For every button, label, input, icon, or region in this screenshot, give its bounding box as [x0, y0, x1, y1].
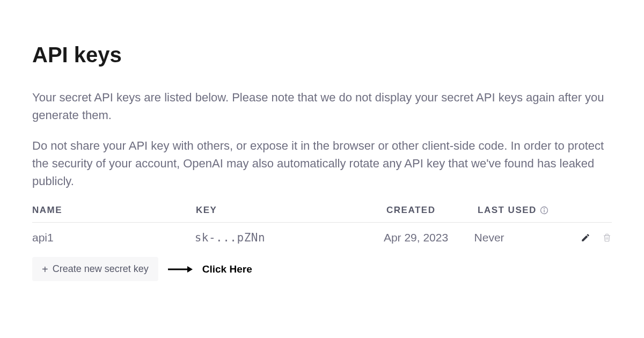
create-button-label: Create new secret key: [53, 263, 149, 275]
arrow-right-icon: [168, 266, 193, 273]
table-row: api1 sk-...pZNn Apr 29, 2023 Never: [32, 223, 612, 252]
create-new-secret-key-button[interactable]: + Create new secret key: [32, 257, 158, 281]
table-header: NAME KEY CREATED LAST USED: [32, 205, 612, 223]
svg-point-1: [544, 208, 545, 209]
click-here-annotation: Click Here: [202, 263, 252, 275]
column-header-key: KEY: [196, 205, 386, 216]
cell-key: sk-...pZNn: [195, 231, 384, 244]
page-title: API keys: [32, 43, 612, 67]
api-keys-table: NAME KEY CREATED LAST USED api1 sk-...pZ…: [32, 205, 612, 252]
svg-marker-4: [187, 266, 193, 273]
plus-icon: +: [42, 264, 48, 275]
description-paragraph-2: Do not share your API key with others, o…: [32, 137, 612, 190]
description-paragraph-1: Your secret API keys are listed below. P…: [32, 89, 612, 124]
delete-icon[interactable]: [602, 233, 612, 243]
svg-rect-2: [544, 210, 544, 212]
create-key-row: + Create new secret key Click Here: [32, 257, 612, 281]
column-header-created: CREATED: [386, 205, 478, 216]
cell-name: api1: [32, 231, 195, 244]
edit-icon[interactable]: [581, 233, 590, 243]
cell-last-used: Never: [474, 231, 581, 244]
column-header-last-used-text: LAST USED: [478, 205, 537, 216]
info-icon[interactable]: [540, 206, 548, 215]
cell-created: Apr 29, 2023: [384, 231, 474, 244]
column-header-name: NAME: [32, 205, 196, 216]
column-header-last-used: LAST USED: [478, 205, 585, 216]
